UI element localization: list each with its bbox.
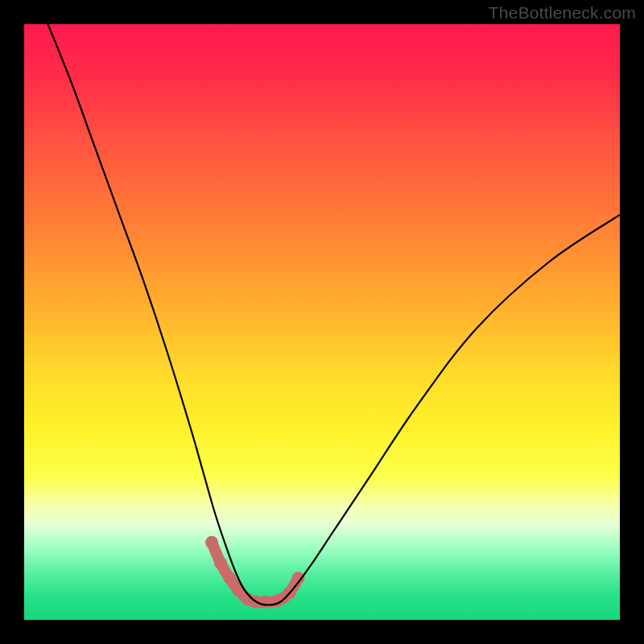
marker-point [205, 536, 218, 549]
marker-point [259, 596, 272, 609]
marker-point [214, 557, 227, 570]
marker-point [223, 572, 236, 584]
bottleneck-curve [48, 24, 620, 605]
chart-plot-area [24, 24, 620, 620]
watermark-text: TheBottleneck.com [489, 3, 636, 23]
bottleneck-curve-svg [24, 24, 620, 620]
